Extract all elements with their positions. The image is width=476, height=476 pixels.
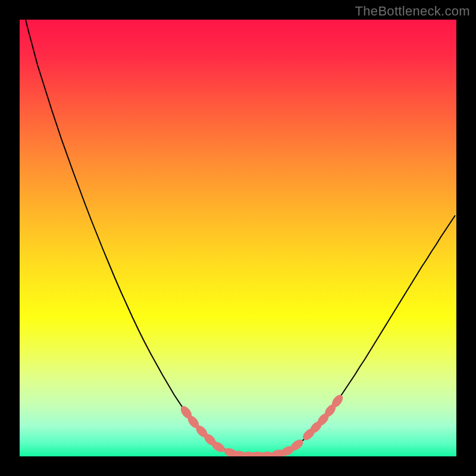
bottleneck-chart bbox=[20, 20, 456, 456]
chart-svg bbox=[20, 20, 456, 456]
bottleneck-curve bbox=[26, 20, 455, 456]
marker-group bbox=[178, 393, 345, 456]
watermark-text: TheBottleneck.com bbox=[355, 4, 470, 19]
